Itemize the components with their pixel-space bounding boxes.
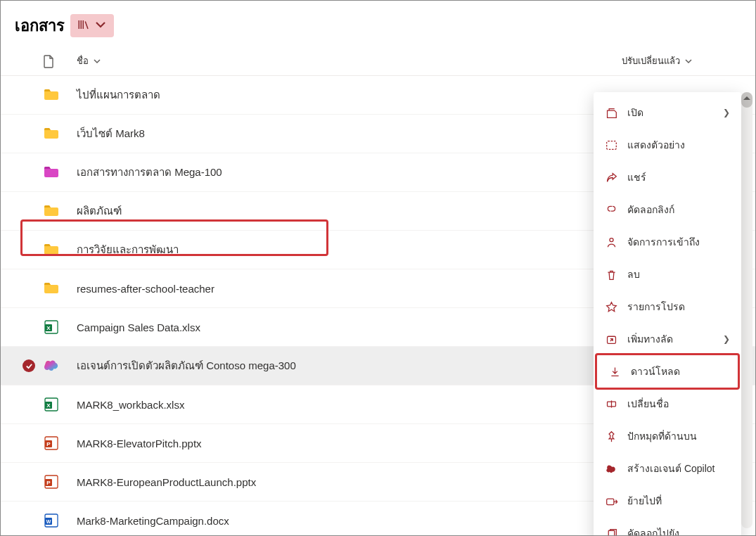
file-type-icon: P <box>43 473 77 490</box>
menu-item-link[interactable]: คัดลอกลิงก์ <box>594 193 741 226</box>
favorite-icon <box>605 300 617 313</box>
menu-item-label: สร้างเอเจนต์ Copilot <box>627 461 730 476</box>
file-name: เอเจนต์การเปิดตัวผลิตภัณฑ์ Contoso mega-… <box>77 357 594 374</box>
file-type-icon <box>43 125 77 142</box>
copy-icon <box>605 527 617 536</box>
menu-item-label: ปักหมุดที่ด้านบน <box>627 428 730 444</box>
file-name: เอกสารทางการตลาด Mega-100 <box>77 164 622 181</box>
file-type-icon: X <box>43 319 77 336</box>
menu-item-access[interactable]: จัดการการเข้าถึง <box>594 226 741 258</box>
menu-item-shortcut[interactable]: เพิ่มทางลัด❯ <box>594 323 741 355</box>
menu-item-label: รายการโปรด <box>627 299 730 314</box>
link-icon <box>605 203 617 216</box>
preview-icon <box>605 139 617 151</box>
download-icon <box>608 365 621 378</box>
rename-icon <box>605 397 617 410</box>
page-title: เอกสาร <box>15 13 65 38</box>
file-type-icon <box>43 241 77 258</box>
file-type-icon: P <box>43 435 77 452</box>
file-name: Campaign Sales Data.xlsx <box>77 321 622 333</box>
scroll-thumb[interactable] <box>741 92 752 108</box>
file-name: MARK8-ElevatorPitch.pptx <box>77 438 622 449</box>
menu-item-rename[interactable]: เปลี่ยนชื่อ <box>594 388 741 420</box>
svg-text:X: X <box>46 402 51 409</box>
chevron-right-icon: ❯ <box>723 334 730 344</box>
file-type-icon <box>43 164 77 181</box>
access-icon <box>605 236 617 248</box>
file-name: การวิจัยและการพัฒนา <box>77 241 622 258</box>
column-headers: ชื่อ ปรับเปลี่ยนแล้ว <box>1 48 755 76</box>
shortcut-icon <box>605 333 617 345</box>
menu-item-open[interactable]: เปิด❯ <box>594 96 741 129</box>
svg-point-16 <box>609 238 613 241</box>
menu-item-label: เปลี่ยนชื่อ <box>627 396 730 411</box>
file-name: Mark8-MarketingCampaign.docx <box>77 515 622 527</box>
row-checkbox[interactable] <box>15 359 43 372</box>
file-type-icon <box>43 280 77 297</box>
menu-item-copilot[interactable]: สร้างเอเจนต์ Copilot <box>594 452 741 485</box>
context-menu: เปิด❯แสดงตัวอย่างแชร์คัดลอกลิงก์จัดการกา… <box>594 92 741 536</box>
view-switcher-button[interactable] <box>70 14 114 37</box>
column-name-label: ชื่อ <box>77 53 89 68</box>
menu-item-label: ดาวน์โหลด <box>631 364 726 379</box>
chevron-right-icon: ❯ <box>723 108 730 117</box>
menu-item-label: เพิ่มทางลัด <box>627 331 713 347</box>
column-modified-label: ปรับเปลี่ยนแล้ว <box>622 53 680 68</box>
chevron-down-icon <box>94 18 107 33</box>
move-icon <box>605 494 617 507</box>
menu-item-label: จัดการการเข้าถึง <box>627 234 730 250</box>
menu-item-delete[interactable]: ลบ <box>594 258 741 291</box>
file-name: ไปที่แผนการตลาด <box>77 87 622 103</box>
menu-item-pin[interactable]: ปักหมุดที่ด้านบน <box>594 420 741 452</box>
svg-rect-15 <box>606 141 616 149</box>
svg-text:P: P <box>46 480 51 486</box>
menu-item-label: แสดงตัวอย่าง <box>627 137 730 153</box>
file-name: MARK8-EuropeanProductLaunch.pptx <box>77 476 622 488</box>
share-icon <box>605 171 617 184</box>
file-type-icon <box>43 87 77 103</box>
menu-item-label: แชร์ <box>627 170 730 185</box>
column-modified-header[interactable]: ปรับเปลี่ยนแล้ว <box>622 53 741 68</box>
svg-text:X: X <box>46 325 51 331</box>
menu-item-label: เปิด <box>627 105 713 120</box>
file-type-icon: X <box>43 396 77 413</box>
menu-item-copy[interactable]: คัดลอกไปยัง <box>594 517 741 536</box>
pin-icon <box>605 430 617 442</box>
menu-item-preview[interactable]: แสดงตัวอย่าง <box>594 129 741 161</box>
menu-item-share[interactable]: แชร์ <box>594 161 741 193</box>
menu-item-favorite[interactable]: รายการโปรด <box>594 291 741 323</box>
file-name: resumes-after-school-teacher <box>77 283 622 295</box>
column-type-header[interactable] <box>43 54 77 68</box>
file-type-icon <box>43 357 77 374</box>
svg-rect-20 <box>608 530 615 536</box>
file-name: ผลิตภัณฑ์ <box>77 203 622 219</box>
open-icon <box>605 106 617 119</box>
svg-text:W: W <box>46 519 51 524</box>
file-type-icon <box>43 203 77 219</box>
svg-rect-19 <box>606 499 613 505</box>
menu-item-download[interactable]: ดาวน์โหลด <box>595 353 740 390</box>
page-header: เอกสาร <box>1 1 755 48</box>
menu-item-label: คัดลอกไปยัง <box>627 525 730 536</box>
scrollbar[interactable] <box>741 92 752 528</box>
svg-text:P: P <box>46 441 51 447</box>
file-name: เว็บไซต์ Mark8 <box>77 125 622 142</box>
copilot-icon <box>605 462 617 475</box>
menu-item-label: ย้ายไปที่ <box>627 493 730 509</box>
delete-icon <box>605 268 617 281</box>
library-icon <box>77 18 90 33</box>
menu-item-label: คัดลอกลิงก์ <box>627 202 730 217</box>
file-type-icon: W <box>43 512 77 529</box>
menu-item-move[interactable]: ย้ายไปที่ <box>594 485 741 517</box>
column-name-header[interactable]: ชื่อ <box>77 53 622 68</box>
menu-item-label: ลบ <box>627 267 730 282</box>
file-name: MARK8_workback.xlsx <box>77 399 622 411</box>
